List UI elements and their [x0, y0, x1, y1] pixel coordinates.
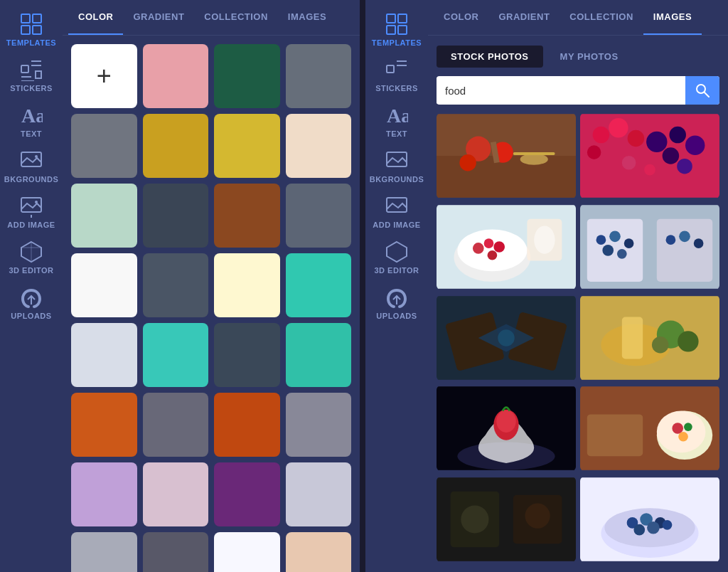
search-input[interactable] — [437, 78, 685, 104]
sidebar-item-uploads-right[interactable]: UPLOADS — [368, 280, 425, 326]
color-swatch-28[interactable] — [71, 532, 137, 572]
color-swatch-25[interactable] — [143, 462, 209, 526]
svg-point-37 — [593, 127, 610, 144]
svg-point-81 — [496, 411, 515, 433]
color-swatch-12[interactable] — [71, 253, 137, 317]
image-card-8[interactable] — [580, 386, 719, 471]
color-swatch-6[interactable] — [214, 114, 280, 178]
tab-images-left[interactable]: IMAGES — [278, 0, 336, 35]
image-card-3[interactable] — [437, 204, 576, 290]
svg-point-52 — [484, 238, 494, 248]
left-panel-tabs: COLOR GRADIENT COLLECTION IMAGES — [63, 0, 360, 36]
photo-search-bar — [437, 76, 719, 105]
svg-point-64 — [617, 249, 627, 259]
image-card-9[interactable] — [437, 477, 576, 562]
tab-images-right[interactable]: IMAGES — [643, 0, 702, 35]
color-swatch-1[interactable] — [143, 44, 209, 108]
svg-rect-77 — [622, 317, 643, 359]
sidebar-item-backgrounds-right[interactable]: BKGROUNDS — [368, 144, 425, 189]
color-swatch-13[interactable] — [143, 253, 209, 317]
sidebar-item-text-left[interactable]: Aa TEXT — [3, 98, 60, 144]
image-card-10[interactable] — [580, 477, 719, 562]
svg-point-65 — [666, 235, 676, 245]
svg-rect-35 — [513, 152, 555, 155]
sidebar-item-backgrounds-left[interactable]: BKGROUNDS — [3, 144, 60, 189]
color-swatch-9[interactable] — [143, 184, 209, 248]
my-photos-tab[interactable]: MY PHOTOS — [546, 46, 633, 68]
svg-point-34 — [520, 154, 548, 165]
image-card-1[interactable] — [437, 113, 576, 198]
svg-point-75 — [678, 331, 698, 351]
color-swatch-11[interactable] — [286, 184, 352, 248]
sidebar-item-templates-left[interactable]: TEMPLATES — [3, 7, 60, 53]
tab-color-left[interactable]: COLOR — [68, 0, 123, 35]
tab-gradient-right[interactable]: GRADIENT — [488, 0, 560, 35]
left-sidebar: TEMPLATES STICKERS Aa TEXT BKGROUNDS — [0, 0, 63, 572]
color-swatch-20[interactable] — [71, 393, 137, 457]
tab-collection-right[interactable]: COLLECTION — [560, 0, 643, 35]
svg-text:Aa: Aa — [387, 105, 408, 127]
search-button[interactable] — [685, 76, 719, 105]
svg-text:Aa: Aa — [21, 105, 43, 127]
color-swatch-18[interactable] — [214, 323, 280, 387]
stock-photos-tab[interactable]: STOCK PHOTOS — [437, 46, 543, 68]
tab-gradient-left[interactable]: GRADIENT — [123, 0, 194, 35]
tab-color-right[interactable]: COLOR — [434, 0, 488, 35]
sidebar-item-templates-right[interactable]: TEMPLATES — [368, 7, 425, 53]
right-panel-tabs: COLOR GRADIENT COLLECTION IMAGES — [428, 0, 728, 36]
color-swatch-10[interactable] — [214, 184, 280, 248]
svg-point-47 — [677, 159, 692, 174]
sidebar-item-addimage-left[interactable]: ADD IMAGE — [3, 189, 60, 235]
color-swatch-24[interactable] — [71, 462, 137, 526]
sidebar-item-uploads-left[interactable]: UPLOADS — [3, 280, 60, 326]
svg-point-40 — [587, 145, 601, 159]
color-swatch-15[interactable] — [286, 253, 352, 317]
svg-point-53 — [493, 241, 505, 253]
svg-point-50 — [457, 229, 527, 271]
color-swatch-7[interactable] — [286, 114, 352, 178]
color-swatch-4[interactable] — [71, 114, 137, 178]
color-swatch-22[interactable] — [214, 393, 280, 457]
color-swatch-21[interactable] — [143, 393, 209, 457]
image-card-2[interactable] — [580, 113, 719, 198]
color-swatch-16[interactable] — [71, 323, 137, 387]
svg-line-27 — [705, 92, 709, 97]
sidebar-item-3deditor-left[interactable]: 3D EDITOR — [3, 235, 60, 280]
color-swatch-8[interactable] — [71, 184, 137, 248]
sidebar-item-addimage-right[interactable]: ADD IMAGE — [368, 189, 425, 235]
color-swatch-29[interactable] — [143, 532, 209, 572]
svg-point-87 — [678, 432, 688, 442]
image-card-7[interactable] — [437, 386, 576, 471]
color-swatch-31[interactable] — [286, 532, 352, 572]
svg-rect-36 — [580, 114, 719, 198]
left-color-panel: COLOR GRADIENT COLLECTION IMAGES + — [63, 0, 360, 572]
color-swatch-17[interactable] — [143, 323, 209, 387]
svg-rect-1 — [33, 14, 41, 23]
sidebar-item-3deditor-right[interactable]: 3D EDITOR — [368, 235, 425, 280]
sidebar-item-text-right[interactable]: Aa TEXT — [368, 98, 425, 144]
image-card-6[interactable] — [580, 295, 719, 381]
right-sidebar: TEMPLATES STICKERS Aa TEXT BKGROUNDS ADD… — [365, 0, 428, 572]
tab-collection-left[interactable]: COLLECTION — [194, 0, 278, 35]
svg-point-46 — [644, 164, 655, 176]
color-swatch-30[interactable] — [214, 532, 280, 572]
color-swatch-14[interactable] — [214, 253, 280, 317]
svg-point-63 — [602, 245, 614, 256]
color-swatch-27[interactable] — [286, 462, 352, 526]
color-swatch-5[interactable] — [143, 114, 209, 178]
sidebar-item-stickers-left[interactable]: STICKERS — [3, 53, 60, 98]
svg-point-45 — [622, 156, 636, 170]
color-swatch-26[interactable] — [214, 462, 280, 526]
image-card-5[interactable] — [437, 295, 576, 381]
svg-rect-4 — [21, 65, 28, 73]
color-swatch-19[interactable] — [286, 323, 352, 387]
color-swatch-23[interactable] — [286, 393, 352, 457]
svg-point-41 — [646, 132, 667, 152]
image-card-4[interactable] — [580, 204, 719, 290]
photo-type-tabs: STOCK PHOTOS MY PHOTOS — [428, 36, 728, 73]
svg-point-101 — [647, 521, 660, 534]
color-swatch-2[interactable] — [214, 44, 280, 108]
color-swatch-3[interactable] — [286, 44, 352, 108]
add-color-button[interactable]: + — [71, 44, 137, 108]
sidebar-item-stickers-right[interactable]: STICKERS — [368, 53, 425, 98]
